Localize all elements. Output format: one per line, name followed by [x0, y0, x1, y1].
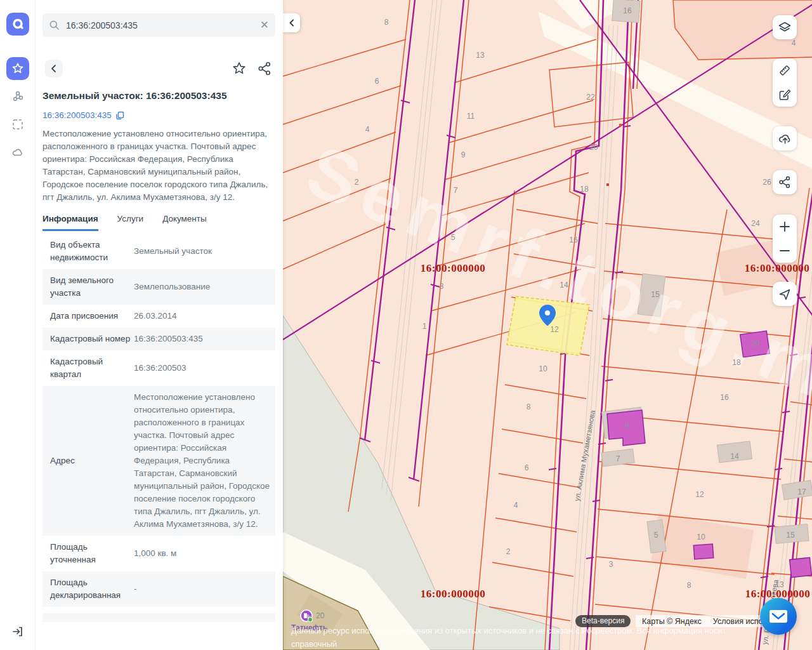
svg-text:8: 8	[384, 18, 389, 27]
minus-icon	[779, 245, 790, 256]
svg-text:3: 3	[440, 282, 444, 291]
star-icon	[11, 62, 25, 76]
app-logo-icon	[11, 17, 25, 31]
svg-text:17: 17	[797, 488, 806, 496]
sidebar-item-objects[interactable]	[6, 85, 29, 108]
upload-button[interactable]	[773, 126, 797, 150]
svg-text:14: 14	[730, 452, 739, 461]
svg-text:16: 16	[720, 393, 729, 402]
svg-text:16:00:000000: 16:00:000000	[745, 262, 809, 274]
sidebar-item-cloud[interactable]	[6, 141, 29, 164]
share-map-button[interactable]	[773, 170, 797, 194]
clear-search-icon[interactable]: ✕	[260, 20, 269, 30]
chevron-left-icon	[288, 19, 296, 27]
gas-station-poi	[301, 610, 313, 622]
chat-button[interactable]	[760, 598, 797, 635]
share-icon	[778, 175, 792, 189]
share-button[interactable]	[256, 60, 273, 77]
svg-text:14: 14	[560, 281, 568, 289]
svg-text:26: 26	[763, 178, 771, 187]
star-outline-icon	[232, 61, 247, 76]
sign-in-icon	[11, 625, 25, 639]
svg-text:13: 13	[476, 51, 485, 60]
svg-text:5: 5	[654, 531, 658, 540]
info-row: Вид земельного участкаЗемлепользование	[43, 269, 275, 305]
svg-text:24: 24	[751, 219, 760, 228]
svg-text:3: 3	[609, 560, 613, 569]
svg-text:4: 4	[365, 125, 370, 134]
svg-text:10: 10	[539, 364, 547, 373]
tab-Информация[interactable]: Информация	[43, 214, 98, 231]
cadastral-number-link[interactable]: 16:36:200503:435	[43, 110, 112, 120]
svg-text:16:00:000000: 16:00:000000	[421, 588, 485, 600]
app-logo[interactable]	[6, 13, 29, 36]
svg-text:12: 12	[695, 490, 704, 499]
sidebar-item-select-area[interactable]	[6, 113, 29, 136]
svg-text:7: 7	[616, 454, 620, 463]
svg-text:5: 5	[451, 233, 455, 242]
info-row: Вид объекта недвижимостиЗемельный участо…	[43, 234, 275, 269]
select-area-icon	[11, 117, 25, 131]
locate-button[interactable]	[773, 282, 797, 306]
svg-text:10: 10	[697, 533, 705, 541]
svg-text:16: 16	[623, 6, 632, 15]
info-row: Площадь декларированная-	[43, 571, 275, 607]
svg-text:22: 22	[586, 93, 595, 102]
app-rail	[0, 0, 36, 650]
svg-text:2: 2	[506, 547, 511, 556]
sign-in-button[interactable]	[0, 625, 35, 639]
map-container: Semrf.torg.me 20Татнефть ул. Аклима Муха…	[283, 0, 812, 650]
svg-text:20: 20	[316, 611, 325, 620]
search-input[interactable]	[65, 20, 255, 31]
svg-text:6: 6	[375, 77, 379, 86]
layers-button[interactable]	[773, 15, 797, 39]
svg-text:11: 11	[467, 112, 475, 121]
svg-text:1: 1	[422, 322, 427, 331]
svg-text:18: 18	[580, 185, 589, 194]
svg-text:9: 9	[625, 421, 629, 430]
svg-text:7: 7	[454, 186, 458, 195]
object-panel: ✕ Земельный участок: 16:36:200503:435 16…	[36, 0, 283, 650]
graph-nodes-icon	[11, 90, 25, 103]
measure-edit-group	[773, 58, 797, 107]
svg-text:2: 2	[355, 178, 359, 187]
tab-Документы[interactable]: Документы	[162, 214, 207, 231]
tab-Услуги[interactable]: Услуги	[117, 214, 144, 231]
zoom-out-button[interactable]	[773, 239, 797, 263]
svg-text:16: 16	[569, 235, 578, 244]
ruler-button[interactable]	[773, 58, 797, 83]
draw-button[interactable]	[773, 83, 797, 107]
mail-icon	[769, 609, 788, 624]
info-row: Дата присвоения26.03.2014	[43, 305, 275, 328]
svg-text:18: 18	[732, 358, 741, 367]
object-description: Местоположение установлено относительно …	[43, 128, 273, 204]
svg-text:4: 4	[792, 39, 796, 48]
copy-icon[interactable]	[115, 111, 124, 120]
zoom-in-button[interactable]	[773, 215, 797, 239]
svg-text:4: 4	[514, 501, 518, 510]
info-row: АдресМестоположение установлено относите…	[43, 386, 275, 536]
map-canvas[interactable]: Semrf.torg.me 20Татнефть ул. Аклима Муха…	[283, 0, 812, 650]
favorite-button[interactable]	[231, 60, 247, 77]
info-row: Кадастровый квартал16:36:200503	[43, 350, 275, 386]
svg-text:20: 20	[751, 339, 760, 348]
edit-icon	[778, 88, 792, 102]
sidebar-item-favorites[interactable]	[6, 57, 29, 80]
info-row	[43, 613, 275, 622]
search-bar[interactable]: ✕	[43, 13, 275, 37]
info-row: Площадь уточненная1,000 кв. м	[43, 536, 275, 571]
svg-text:15: 15	[786, 531, 795, 540]
svg-text:20: 20	[589, 143, 598, 152]
svg-text:16:00:000000: 16:00:000000	[421, 262, 485, 274]
svg-text:9: 9	[461, 150, 466, 159]
cloud-upload-icon	[778, 131, 792, 146]
svg-text:8: 8	[687, 581, 691, 590]
cloud-icon	[11, 145, 25, 159]
collapse-panel-button[interactable]	[283, 13, 300, 32]
svg-text:8: 8	[527, 402, 531, 411]
tab-bar: ИнформацияУслугиДокументы	[43, 214, 273, 231]
info-table: Вид объекта недвижимостиЗемельный участо…	[43, 234, 275, 622]
svg-text:12: 12	[550, 325, 559, 334]
back-button[interactable]	[45, 60, 63, 77]
back-chevron-icon	[49, 64, 58, 73]
